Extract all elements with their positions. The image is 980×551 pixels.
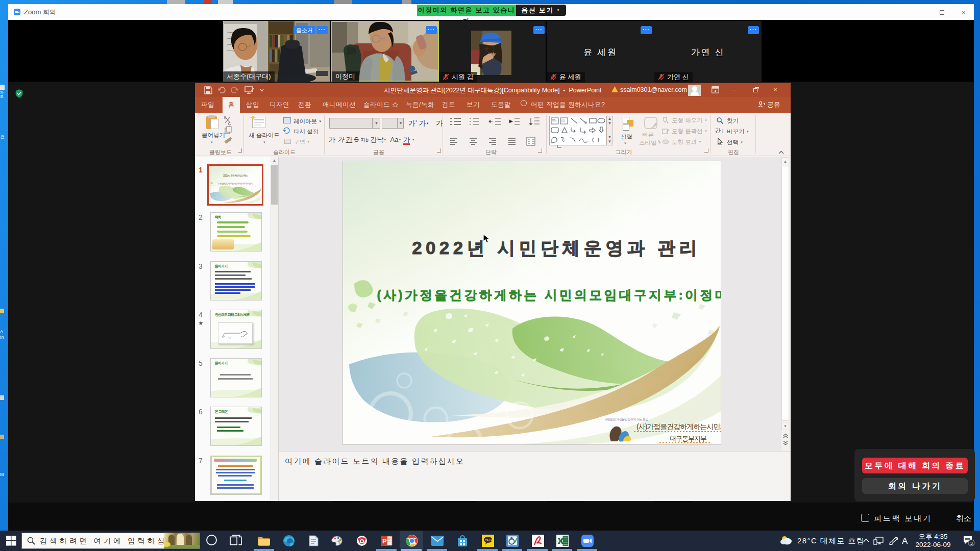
svg-text:(사)가정을건강하게하는 시민의모임대구지부:이정미: (사)가정을건강하게하는 시민의모임대구지부:이정미 [377,288,721,302]
svg-text:3: 3 [970,541,973,546]
svg-text:(사)가정을건강하게하는시민의모임: (사)가정을건강하게하는시민의모임 [636,422,721,431]
svg-text:P: P [382,537,387,545]
svg-text:2022년 시민단체운영과 관리: 2022년 시민단체운영과 관리 [412,238,701,258]
svg-text:사단법인 가정을건강하게 하는 모임: 사단법인 가정을건강하게 하는 모임 [604,418,649,421]
svg-text:대구동부지부: 대구동부지부 [670,435,707,442]
svg-text:TALK: TALK [485,539,493,542]
